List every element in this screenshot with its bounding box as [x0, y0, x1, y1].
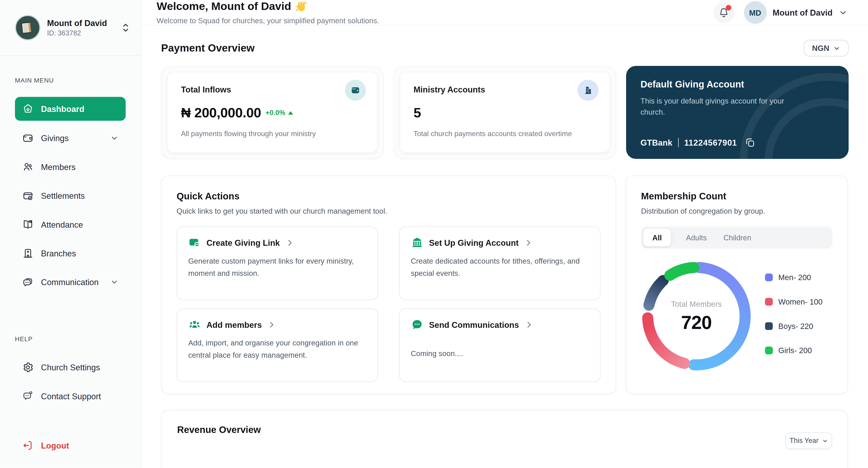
total-inflows-value-row: ₦ 200,000.00 +0.0% [181, 105, 364, 121]
membership-subtitle: Distribution of congregation by group. [641, 207, 833, 215]
legend-swatch [765, 347, 773, 354]
ministry-accounts-card: Ministry Accounts [400, 72, 610, 153]
sidebar-item-attendance[interactable]: Attendance [15, 213, 126, 236]
sidebar-item-settlements[interactable]: Settlements [15, 184, 126, 207]
ministry-accounts-label: Ministry Accounts [413, 85, 596, 94]
membership-tabs: All Adults Children [641, 226, 833, 249]
legend-item-boys: Boys- 220 [765, 322, 822, 331]
ministry-accounts-count: 5 [413, 105, 421, 121]
building-icon-badge [577, 80, 598, 101]
user-name: Mount of David [773, 8, 833, 17]
gear-icon [22, 361, 34, 373]
sidebar-item-label: Members [41, 162, 75, 171]
sidebar-divider [0, 55, 141, 56]
payment-overview-title: Payment Overview [161, 42, 255, 54]
create-giving-link-card[interactable]: Create Giving Link Generate custom payme… [177, 226, 378, 300]
sidebar-item-label: Communication [41, 277, 98, 287]
chevron-right-icon [285, 239, 294, 247]
membership-legend: Men- 200 Women- 100 Boys- 220 [765, 261, 822, 371]
church-name: Mount of David [47, 18, 115, 28]
church-info: Mount of David ID: 363782 [47, 18, 115, 37]
total-inflows-frame: Total Inflows ₦ 200,000.00 +0.0% [161, 66, 383, 159]
total-members-value: 720 [681, 312, 712, 333]
sidebar-item-contact-support[interactable]: Contact Support [15, 384, 126, 408]
legend-item-women: Women- 100 [765, 297, 822, 306]
user-menu[interactable]: MD Mount of David [744, 1, 848, 24]
topbar-actions: MD Mount of David [713, 1, 847, 24]
sidebar-item-label: Dashboard [41, 104, 84, 114]
sidebar-item-dashboard[interactable]: Dashboard [15, 97, 126, 121]
total-inflows-change: +0.0% [266, 109, 293, 117]
chevron-down-icon [110, 134, 119, 142]
app-window: Mount of David ID: 363782 MAIN MENU Dash… [0, 0, 868, 468]
wallet-filled-icon [350, 85, 361, 96]
logout-button[interactable]: Logout [15, 434, 126, 457]
chevron-right-icon [524, 239, 532, 247]
tab-adults[interactable]: Adults [676, 228, 717, 246]
members-icon [22, 161, 34, 172]
sidebar-item-label: Attendance [41, 220, 83, 229]
copy-account-button[interactable] [745, 137, 756, 148]
topbar: Welcome, Mount of David Welcome to Squad… [141, 0, 868, 26]
qa-card-description: Create dedicated accounts for tithes, of… [411, 255, 589, 279]
logout-label: Logout [41, 441, 69, 450]
tab-children[interactable]: Children [717, 228, 758, 246]
add-members-card[interactable]: Add members Add, import, and organise yo… [177, 308, 378, 382]
chevron-right-icon [268, 320, 276, 329]
dashboard-home-icon [22, 103, 34, 115]
sidebar-item-label: Givings [41, 133, 69, 143]
membership-count-panel: Membership Count Distribution of congreg… [625, 176, 848, 394]
chevron-down-icon [110, 278, 119, 286]
chat-bubbles-icon [22, 276, 34, 288]
waving-hand-icon [295, 0, 307, 12]
ministry-accounts-description: Total church payments accounts created o… [413, 129, 596, 138]
notifications-button[interactable] [713, 2, 735, 23]
account-separator [678, 138, 679, 147]
welcome-block: Welcome, Mount of David Welcome to Squad… [157, 0, 379, 25]
wallet-icon [22, 132, 34, 144]
period-value: This Year [789, 437, 818, 444]
sidebar-item-label: Branches [41, 248, 76, 258]
church-switcher[interactable]: Mount of David ID: 363782 [0, 0, 141, 55]
revenue-overview-panel: Revenue Overview This Year [161, 410, 848, 468]
default-giving-account-card: Default Giving Account This is your defa… [626, 66, 848, 159]
membership-title: Membership Count [641, 191, 833, 202]
church-id: ID: 363782 [47, 29, 115, 37]
revenue-overview-title: Revenue Overview [177, 425, 261, 436]
membership-chart-row: Total Members 720 Men- 200 Women [641, 261, 833, 371]
sidebar-item-members[interactable]: Members [15, 155, 126, 178]
logout-container: Logout [0, 434, 141, 468]
legend-label: Girls- 200 [778, 346, 812, 355]
quick-actions-panel: Quick Actions Quick links to get you sta… [161, 176, 616, 394]
sidebar-item-communication[interactable]: Communication [15, 270, 126, 293]
sidebar-item-branches[interactable]: Branches [15, 242, 126, 265]
bible-book-image [16, 16, 39, 39]
quick-actions-title: Quick Actions [177, 191, 600, 202]
currency-selector[interactable]: NGN [804, 40, 848, 56]
send-communications-card[interactable]: Send Communications Coming soon.... [399, 308, 600, 382]
period-selector[interactable]: This Year [785, 433, 832, 449]
sidebar: Mount of David ID: 363782 MAIN MENU Dash… [0, 0, 141, 468]
sidebar-item-church-settings[interactable]: Church Settings [15, 355, 126, 379]
branch-building-icon [22, 247, 34, 259]
qa-card-title: Set Up Giving Account [429, 238, 519, 248]
membership-donut-chart: Total Members 720 [641, 261, 752, 371]
add-members-icon [188, 318, 201, 331]
user-avatar: MD [744, 1, 767, 24]
stat-cards-row: Total Inflows ₦ 200,000.00 +0.0% [161, 66, 849, 159]
help-label: HELP [0, 336, 141, 342]
total-members-label: Total Members [671, 299, 722, 308]
bank-name: GTBank [640, 138, 672, 147]
page-subtitle: Welcome to Squad for churches, your simp… [157, 17, 379, 25]
qa-card-description: Add, import, and organise your congregat… [188, 337, 367, 361]
account-number: 11224567901 [684, 138, 737, 147]
bank-icon [411, 237, 423, 249]
set-up-giving-account-card[interactable]: Set Up Giving Account Create dedicated a… [399, 226, 600, 300]
send-communications-icon [411, 318, 423, 331]
chevron-down-icon [833, 44, 840, 52]
tab-divider [673, 232, 674, 243]
legend-label: Boys- 220 [778, 322, 813, 331]
sidebar-item-givings[interactable]: Givings [15, 126, 126, 150]
tab-all[interactable]: All [643, 228, 671, 246]
quick-actions-subtitle: Quick links to get you started with our … [177, 207, 600, 215]
